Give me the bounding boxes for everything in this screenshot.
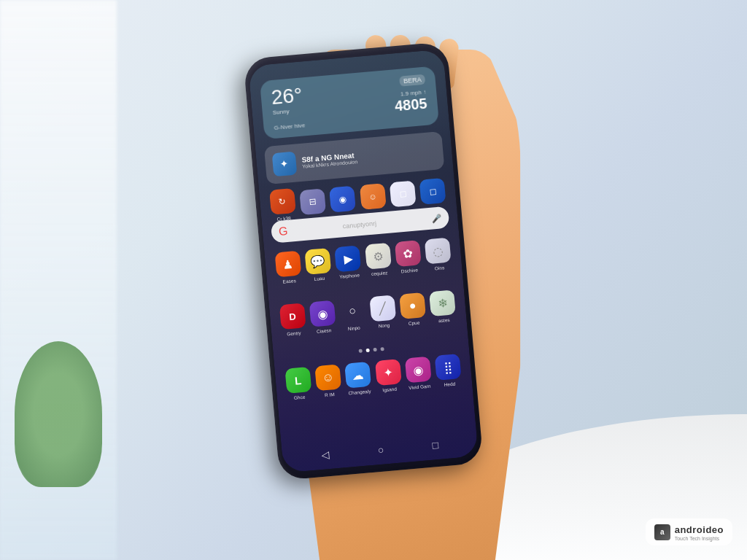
app-label-r3-3: Ninpo [348, 325, 361, 331]
app-icon-wrap-r2-6[interactable]: ◌ Oins [423, 237, 454, 271]
app6-dock[interactable]: ⣿ [435, 354, 462, 381]
back-button[interactable]: ◁ [321, 448, 330, 461]
app-icon-1[interactable]: ↻ [269, 188, 296, 215]
app-icon-wrap-4[interactable]: ☺ [358, 182, 388, 211]
search-placeholder: canuptyonrj [292, 215, 427, 234]
app-r3-4[interactable]: ╱ [369, 295, 396, 322]
app4-dock[interactable]: ✦ [375, 359, 402, 386]
dot-4 [380, 347, 384, 351]
brand-tagline: Touch Tech Insights [675, 536, 724, 541]
app-icon-wrap-6[interactable]: ◻ [418, 177, 448, 206]
dot-1 [358, 349, 362, 353]
phone-screen[interactable]: BERA 26° Sunny G-Nver hive 1.9 mph ↑ 480… [248, 49, 479, 472]
app-icon-wrap-r3-3[interactable]: ○ Ninpo [338, 298, 368, 332]
app-icon-2[interactable]: ⊟ [299, 188, 326, 215]
app-icon-wrap-2[interactable]: ⊟ [298, 188, 328, 217]
app-label-r3-5: Cpue [409, 320, 420, 326]
app-icon-5[interactable]: ◻ [390, 180, 417, 207]
app-label-r2-2: Luau [314, 276, 325, 281]
app-icon-wrap-r2-5[interactable]: ✿ Dschive [393, 240, 424, 274]
app-r2-4[interactable]: ⚙ [365, 243, 392, 270]
phone-body: BERA 26° Sunny G-Nver hive 1.9 mph ↑ 480… [243, 42, 483, 481]
watermark-text-block: androideo Touch Tech Insights [675, 523, 724, 541]
app-icon-wrap-r3-4[interactable]: ╱ Nong [368, 295, 398, 329]
app-icon-3[interactable]: ◉ [329, 185, 356, 212]
app-r3-3[interactable]: ○ [339, 298, 366, 324]
recents-button[interactable]: □ [432, 439, 439, 451]
promo-icon: ✦ [272, 152, 298, 177]
app-r3-6[interactable]: ❄ [429, 289, 456, 316]
weather-right-panel: 1.9 mph ↑ 4805 [393, 89, 427, 115]
dock-icon-4[interactable]: ✦ Igsand [374, 359, 404, 393]
promo-text: S8f a NG Nneat Yokal kNkrs Atrondouion [301, 144, 436, 169]
dock-label-2: R IM [325, 392, 335, 397]
app-r3-1[interactable]: D [279, 303, 306, 330]
app-icon-wrap-5[interactable]: ◻ [388, 180, 418, 209]
app-icon-wrap-r2-3[interactable]: ▶ Yarphone [333, 245, 364, 279]
app-label-r2-6: Oins [435, 265, 445, 271]
dock-icon-3[interactable]: ☁ Changealy [343, 362, 374, 396]
app-icon-wrap-1[interactable]: ↻ Cr k38 [268, 188, 298, 222]
app-icon-wrap-r3-1[interactable]: D Gentry [277, 303, 308, 337]
google-g-icon: G [278, 225, 288, 238]
app-r2-2[interactable]: 💬 [304, 248, 331, 275]
dock-icon-5[interactable]: ◉ Vivid Garn [403, 356, 434, 390]
dock-icon-2[interactable]: ☺ R IM [313, 364, 344, 398]
dock-label-1: Ghce [294, 394, 306, 400]
app-r2-5[interactable]: ✿ [395, 240, 422, 267]
app5-dock[interactable]: ◉ [405, 357, 432, 384]
dot-3 [373, 348, 376, 351]
location-label: G-Nver hive [274, 122, 305, 131]
app-r3-2[interactable]: ◉ [309, 300, 336, 327]
dock-label-6: Hedd [444, 381, 455, 387]
plant-decoration [15, 341, 102, 487]
hand-holding-phone: BERA 26° Sunny G-Nver hive 1.9 mph ↑ 480… [155, 28, 592, 560]
watermark-logo-letter: a [660, 528, 665, 536]
app-label-r3-6: astes [438, 317, 450, 323]
app-icon-wrap-r3-6[interactable]: ❄ astes [427, 289, 458, 324]
brand-name: androideo [675, 524, 724, 535]
app-label-r3-4: Nong [378, 322, 390, 328]
app-icon-wrap-r2-4[interactable]: ⚙ cequiez [363, 243, 394, 277]
app-icon-wrap-r3-5[interactable]: ● Cpue [398, 292, 428, 327]
home-button[interactable]: ○ [377, 444, 384, 456]
app-icon-wrap-r2-2[interactable]: 💬 Luau [303, 248, 333, 282]
app-icon-4[interactable]: ☺ [360, 183, 387, 210]
app-r3-5[interactable]: ● [399, 292, 426, 319]
dot-2 [365, 349, 369, 352]
watermark: a androideo Touch Tech Insights [646, 518, 732, 545]
app-icon-wrap-r3-2[interactable]: ◉ Ciaesn [308, 300, 338, 335]
dock-icon-1[interactable]: L Ghce [283, 367, 314, 401]
messages-app[interactable]: ☁ [344, 362, 371, 389]
contacts-app[interactable]: ☺ [314, 364, 341, 391]
app-r2-3[interactable]: ▶ [335, 245, 362, 272]
app-icon-wrap-3[interactable]: ◉ [328, 185, 357, 214]
dock-icon-6[interactable]: ⣿ Hedd [433, 354, 464, 388]
app-r2-1[interactable]: ♟ [274, 251, 301, 278]
mic-icon[interactable]: 🎤 [431, 213, 442, 223]
app-r2-6[interactable]: ◌ [425, 238, 452, 265]
watermark-logo: a [654, 524, 670, 540]
app-icon-wrap-r2-1[interactable]: ♟ Eases [273, 250, 303, 284]
app-icon-6[interactable]: ◻ [419, 177, 446, 204]
phone-app[interactable]: L [285, 367, 311, 394]
steps-value: 4805 [394, 96, 427, 115]
